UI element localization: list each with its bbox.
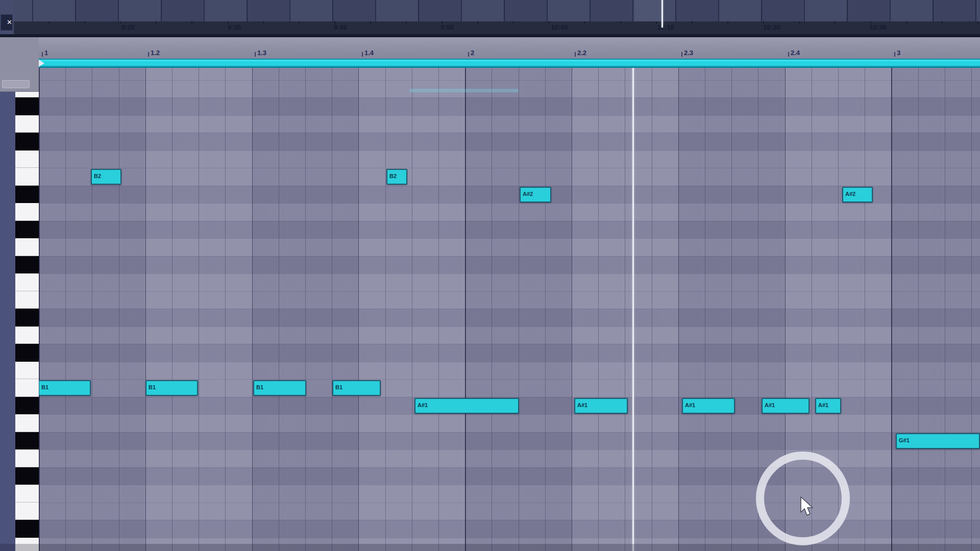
bottom-shade bbox=[0, 544, 980, 551]
midi-note-A#1[interactable]: A#1 bbox=[682, 398, 735, 414]
timeline-time-label: 9:30 bbox=[228, 23, 241, 31]
piano-key-C2[interactable] bbox=[15, 362, 39, 380]
piano-key-G1[interactable] bbox=[15, 449, 39, 467]
piano-key-E1[interactable] bbox=[15, 503, 39, 520]
piano-key-C#3[interactable] bbox=[15, 133, 39, 151]
piano-key-F1[interactable] bbox=[15, 485, 39, 503]
ruler-bar-number: 2.2 bbox=[577, 49, 586, 57]
piano-keyboard[interactable] bbox=[15, 92, 39, 551]
keyboard-panel-control[interactable] bbox=[2, 80, 30, 88]
piano-key-A1[interactable] bbox=[15, 414, 39, 432]
keys-left-gutter bbox=[0, 92, 15, 551]
timeline-corner-button[interactable]: ✕ bbox=[1, 14, 13, 31]
note-label: B2 bbox=[387, 170, 406, 179]
piano-key-F2[interactable] bbox=[15, 273, 39, 291]
timeline-time-strip[interactable] bbox=[14, 21, 980, 34]
midi-note-B1[interactable]: B1 bbox=[39, 380, 91, 396]
piano-key-E3[interactable] bbox=[15, 92, 39, 97]
piano-key-B1[interactable] bbox=[15, 379, 39, 397]
ruler-bar-label: 2 bbox=[468, 48, 474, 57]
note-label: B2 bbox=[92, 170, 120, 179]
piano-key-A2[interactable] bbox=[15, 203, 39, 221]
note-label: A#2 bbox=[521, 188, 550, 197]
timeline-time-label: 9:50 bbox=[440, 23, 454, 31]
midi-note-B1[interactable]: B1 bbox=[332, 380, 381, 396]
ruler-bar-label: 2.4 bbox=[788, 48, 800, 57]
piano-roll-window: 9:209:309:409:5010:0010:1010:2010:30 ✕ 1… bbox=[0, 0, 980, 551]
midi-note-A#1[interactable]: A#1 bbox=[414, 398, 519, 414]
timeline-time-label: 10:30 bbox=[869, 23, 886, 31]
midi-note-A#2[interactable]: A#2 bbox=[842, 187, 873, 203]
note-label: A#2 bbox=[843, 188, 872, 197]
note-label: A#1 bbox=[683, 399, 734, 408]
piano-key-G2[interactable] bbox=[15, 238, 39, 256]
piano-key-B2[interactable] bbox=[15, 168, 39, 186]
ruler-tick-icon bbox=[681, 52, 682, 57]
midi-note-B2[interactable]: B2 bbox=[91, 169, 121, 185]
timeline-time-label: 9:20 bbox=[121, 23, 135, 31]
piano-key-D#3[interactable] bbox=[15, 97, 39, 115]
loop-start-marker-icon[interactable] bbox=[39, 60, 44, 67]
ruler-bar-number: 2.4 bbox=[791, 49, 800, 57]
pattern-length-bar[interactable] bbox=[39, 59, 980, 68]
midi-note-A#1[interactable]: A#1 bbox=[762, 398, 810, 414]
piano-key-E2[interactable] bbox=[15, 291, 39, 309]
timeline-playhead[interactable] bbox=[662, 0, 663, 28]
ruler-tick-icon bbox=[362, 52, 363, 57]
ruler-bar-label: 1.4 bbox=[362, 48, 374, 57]
timeline-header[interactable]: 9:209:309:409:5010:0010:1010:2010:30 ✕ bbox=[0, 0, 980, 34]
note-label: B1 bbox=[39, 381, 90, 390]
keyboard-header-panel bbox=[0, 37, 39, 92]
piano-key-D#1[interactable] bbox=[15, 520, 39, 538]
ruler-bar-number: 2.3 bbox=[684, 49, 693, 57]
timeline-time-label: 10:10 bbox=[657, 23, 674, 31]
ruler-bar-label: 1.3 bbox=[255, 48, 266, 57]
playhead[interactable] bbox=[632, 68, 634, 551]
ruler-bar-number: 1.4 bbox=[364, 49, 374, 57]
ruler-bar-label: 3 bbox=[894, 48, 900, 57]
ruler-tick-icon bbox=[894, 52, 895, 57]
ruler-bar-label: 2.3 bbox=[681, 48, 693, 57]
note-label: B1 bbox=[333, 381, 380, 390]
piano-key-F#2[interactable] bbox=[15, 256, 39, 274]
note-label: B1 bbox=[146, 381, 197, 390]
timeline-time-label: 10:20 bbox=[763, 23, 780, 31]
timeline-time-label: 10:00 bbox=[551, 23, 568, 31]
ruler-bar-label: 1.2 bbox=[148, 48, 160, 57]
piano-key-F#1[interactable] bbox=[15, 467, 39, 485]
midi-note-A#2[interactable]: A#2 bbox=[520, 187, 551, 203]
timeline-band[interactable] bbox=[14, 0, 980, 21]
bar-beat-ruler[interactable]: 11.21.31.422.22.32.43 bbox=[0, 37, 980, 59]
piano-key-D#2[interactable] bbox=[15, 309, 39, 327]
piano-key-C3[interactable] bbox=[15, 151, 39, 168]
ruler-tick-icon bbox=[468, 52, 469, 57]
piano-key-D2[interactable] bbox=[15, 327, 39, 344]
header-left-column: ✕ bbox=[0, 0, 14, 34]
mouse-cursor-icon bbox=[799, 496, 818, 518]
ruler-bar-number: 2 bbox=[471, 49, 474, 57]
midi-note-B1[interactable]: B1 bbox=[253, 380, 306, 396]
ruler-bar-number: 3 bbox=[897, 49, 900, 57]
note-label: B1 bbox=[254, 381, 305, 390]
ruler-tick-icon bbox=[255, 52, 256, 57]
ruler-tick-icon bbox=[575, 52, 576, 57]
ruler-tick-icon bbox=[148, 52, 149, 57]
midi-note-B1[interactable]: B1 bbox=[145, 380, 198, 396]
note-label: A#1 bbox=[415, 399, 518, 408]
midi-note-B2[interactable]: B2 bbox=[386, 169, 407, 185]
piano-key-A#1[interactable] bbox=[15, 397, 39, 415]
ruler-bar-number: 1 bbox=[44, 49, 48, 57]
ruler-bar-label: 2.2 bbox=[575, 48, 586, 57]
piano-key-C#2[interactable] bbox=[15, 344, 39, 362]
ruler-bar-label: 1 bbox=[42, 48, 48, 57]
note-label: G#1 bbox=[897, 434, 979, 443]
timeline-loop-highlight bbox=[634, 0, 662, 21]
midi-note-A#1[interactable]: A#1 bbox=[574, 398, 628, 414]
piano-key-A#2[interactable] bbox=[15, 186, 39, 204]
piano-key-G#2[interactable] bbox=[15, 221, 39, 239]
piano-key-G#1[interactable] bbox=[15, 432, 39, 450]
piano-key-D3[interactable] bbox=[15, 115, 39, 133]
midi-note-A#1[interactable]: A#1 bbox=[815, 398, 841, 414]
timeline-time-label: 9:40 bbox=[334, 23, 347, 31]
midi-note-G#1[interactable]: G#1 bbox=[896, 433, 980, 449]
